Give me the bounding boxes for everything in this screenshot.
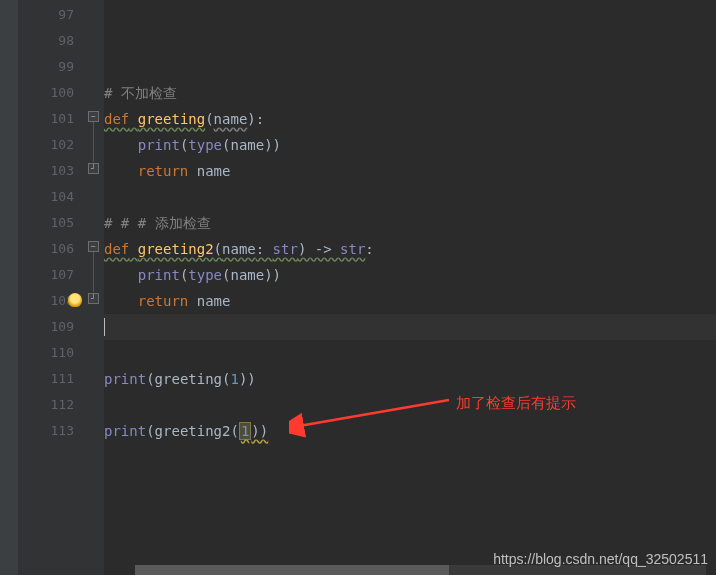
line-number: 105: [18, 210, 86, 236]
code-line[interactable]: [104, 2, 716, 28]
line-number: 98: [18, 28, 86, 54]
fold-collapse-icon[interactable]: −: [88, 111, 99, 122]
code-line[interactable]: [104, 340, 716, 366]
line-number: 106: [18, 236, 86, 262]
intention-bulb-icon[interactable]: [68, 293, 82, 307]
line-number: 113: [18, 418, 86, 444]
annotation-arrow-icon: [289, 388, 459, 438]
code-line[interactable]: [104, 184, 716, 210]
code-editor: 97 98 99 100 101 102 103 104 105 106 107…: [0, 0, 716, 575]
line-number: 100: [18, 80, 86, 106]
line-number: 99: [18, 54, 86, 80]
project-stripe: [0, 0, 18, 575]
code-line[interactable]: # # # 添加检查: [104, 210, 716, 236]
keyword-def: def: [104, 111, 129, 127]
line-number: 111: [18, 366, 86, 392]
svg-line-1: [299, 400, 449, 426]
code-line[interactable]: print(type(name)): [104, 132, 716, 158]
fold-end-icon[interactable]: ┘: [88, 293, 99, 304]
code-line-active[interactable]: [104, 314, 716, 340]
watermark: https://blog.csdn.net/qq_32502511: [493, 551, 708, 567]
line-number: 101: [18, 106, 86, 132]
code-line[interactable]: [104, 28, 716, 54]
annotation-text: 加了检查后有提示: [456, 394, 576, 413]
line-number: 107: [18, 262, 86, 288]
line-number: 97: [18, 2, 86, 28]
builtin-type: type: [188, 137, 222, 153]
comment: # # # 添加检查: [104, 215, 211, 231]
line-number: 109: [18, 314, 86, 340]
function-name: greeting2: [138, 241, 214, 257]
code-line[interactable]: [104, 54, 716, 80]
builtin-print: print: [138, 137, 180, 153]
fold-column: − ┘ − ┘: [86, 0, 104, 575]
line-number: 110: [18, 340, 86, 366]
code-line[interactable]: # 不加检查: [104, 80, 716, 106]
fold-collapse-icon[interactable]: −: [88, 241, 99, 252]
comment: # 不加检查: [104, 85, 177, 101]
line-number-gutter: 97 98 99 100 101 102 103 104 105 106 107…: [18, 0, 86, 575]
code-line[interactable]: return name: [104, 158, 716, 184]
scrollbar-thumb[interactable]: [135, 565, 449, 575]
keyword-def: def: [104, 241, 129, 257]
code-line[interactable]: print(type(name)): [104, 262, 716, 288]
line-number: 102: [18, 132, 86, 158]
code-line[interactable]: return name: [104, 288, 716, 314]
type-warning-arg: 1: [239, 422, 251, 440]
keyword-return: return: [138, 163, 189, 179]
code-area[interactable]: # 不加检查 def greeting(name): print(type(na…: [104, 0, 716, 575]
line-number: 103: [18, 158, 86, 184]
text-cursor: [104, 318, 105, 336]
code-line[interactable]: def greeting2(name: str) -> str:: [104, 236, 716, 262]
line-number: 112: [18, 392, 86, 418]
function-name: greeting: [138, 111, 205, 127]
line-number: 104: [18, 184, 86, 210]
param: name: [214, 111, 248, 127]
code-line[interactable]: def greeting(name):: [104, 106, 716, 132]
fold-end-icon[interactable]: ┘: [88, 163, 99, 174]
